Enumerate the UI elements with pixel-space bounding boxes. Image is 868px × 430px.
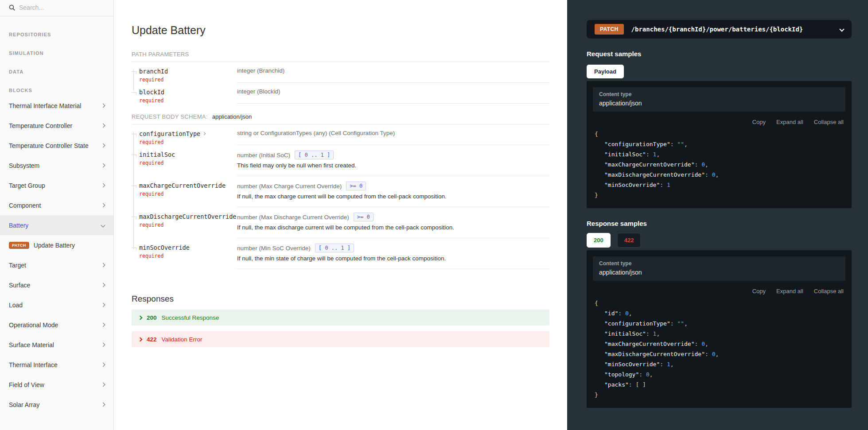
path-parameters-heading: PATH PARAMETERS [132,51,549,62]
content-type-box: Content type application/json [593,87,845,112]
field-type: number (Min SoC Override) [237,245,311,252]
search-icon [9,4,16,11]
field-name[interactable]: initialSoc [132,151,237,158]
chevron-right-icon [101,323,105,327]
sidebar-item-label: Operational Mode [9,322,58,329]
sidebar-item[interactable]: Target Group [0,175,113,195]
field-description: If null, the max discharge current will … [237,224,549,231]
sidebar-operation-update-battery[interactable]: PATCH Update Battery [0,235,113,255]
sidebar-item[interactable]: Field of View [0,375,113,395]
param-type: integer (Blockid) [237,88,549,95]
sidebar-item[interactable]: Target [0,255,113,275]
field-name[interactable]: configurationType [132,130,237,137]
sidebar-item[interactable]: Subsystem [0,155,113,175]
sidebar-item[interactable]: Temperature Controller State [0,136,113,155]
sidebar-item[interactable]: Surface [0,275,113,295]
expand-all-button[interactable]: Expand all [776,119,803,125]
search-box [0,0,113,16]
chevron-right-icon [101,383,105,387]
response-samples-heading: Response samples [587,220,852,227]
field-row: maxDischargeCurrentOverride required num… [132,207,549,238]
required-flag: required [139,222,237,228]
required-flag: required [139,191,237,197]
sidebar-item-label: Thermal Interface Material [9,102,81,109]
response-tab[interactable]: 422 [617,233,641,248]
field-name[interactable]: minSocOverride [132,244,237,251]
copy-button[interactable]: Copy [752,119,766,125]
expand-chevron-icon[interactable] [202,132,206,135]
request-body-schema-heading: REQUEST BODY SCHEMA: application/json [132,113,549,124]
sidebar-item-label: Temperature Controller State [9,142,89,149]
sidebar-item[interactable]: Surface Material [0,335,113,355]
content-type-value: application/json [599,100,839,107]
sidebar-item[interactable]: Temperature Controller [0,116,113,136]
sidebar-item-label: Temperature Controller [9,122,72,129]
copy-button[interactable]: Copy [752,288,766,294]
response-label: Successful Response [162,314,219,321]
param-type: integer (Branchid) [237,67,549,74]
constraint-badge: [ 0 .. 1 ] [315,244,354,252]
chevron-right-icon [101,124,105,128]
response-sample-json: {"id": 0,"configurationType": "","initia… [593,298,845,400]
field-type: number (Max Discharge Current Override) [237,214,349,221]
parameter-row: blockId required integer (Blockid) [132,83,549,104]
field-type: number (Initial SoC) [237,152,290,159]
endpoint-path: /branches/{branchId}/power/batteries/{bl… [631,26,803,33]
chevron-right-icon [138,315,143,320]
required-flag: required [139,77,237,83]
sidebar-group-heading-blocks: BLOCKS [0,81,113,96]
tab-payload[interactable]: Payload [587,65,624,78]
sidebar-item[interactable]: Component [0,195,113,215]
chevron-right-icon [101,183,105,188]
chevron-down-icon [839,27,844,31]
response-tabs: 200 422 [587,233,852,248]
response-code: 200 [147,314,157,321]
sidebar-section-link[interactable]: DATA [0,62,113,81]
response-label: Validation Error [162,336,202,343]
sidebar-item[interactable]: Solar Array [0,395,113,415]
page-title: Update Battery [132,24,549,37]
chevron-right-icon [101,283,105,287]
required-flag: required [139,160,237,166]
sidebar-item-label: Thermal Interface [9,361,58,368]
sidebar-item-label: Surface [9,282,30,289]
content-type-label: Content type [599,91,839,97]
sidebar-section-link[interactable]: REPOSITORIES [0,25,113,44]
constraint-badge: [ 0 .. 1 ] [295,151,334,159]
field-row: maxChargeCurrentOverride required number… [132,176,549,207]
response-row[interactable]: 422 Validation Error [132,331,549,347]
sidebar-item-battery[interactable]: Battery [0,215,113,235]
collapse-all-button[interactable]: Collapse all [814,119,844,125]
field-name[interactable]: maxChargeCurrentOverride [132,182,237,189]
expand-all-button[interactable]: Expand all [776,288,803,294]
sidebar-item-label: Solar Array [9,401,39,408]
sidebar-item[interactable]: Load [0,295,113,315]
field-name[interactable]: maxDischargeCurrentOverride [132,213,237,220]
content-type-box: Content type application/json [593,256,845,281]
patch-method-badge: PATCH [9,242,29,249]
sidebar-item[interactable]: Thermal Interface [0,355,113,375]
sidebar-section-link[interactable]: SIMULATION [0,44,113,62]
response-row[interactable]: 200 Successful Response [132,310,549,325]
chevron-down-icon [101,223,105,228]
constraint-badge: >= 0 [354,213,374,221]
code-actions: Copy Expand all Collapse all [595,119,844,125]
body-fields-group: configurationType required string or Con… [132,124,549,269]
sidebar-item-label: Component [9,202,41,209]
response-code: 422 [147,336,157,343]
constraint-badge: >= 0 [346,182,366,190]
field-description: This field may only be null when first c… [237,162,549,169]
chevron-right-icon [101,203,105,208]
chevron-right-icon [101,263,105,267]
content-type-value: application/json [599,269,839,276]
collapse-all-button[interactable]: Collapse all [814,288,844,294]
search-input[interactable] [19,4,90,11]
sidebar-item-label: Target [9,262,26,269]
sidebar-item[interactable]: Thermal Interface Material [0,96,113,116]
endpoint-bar[interactable]: PATCH /branches/{branchId}/power/batteri… [587,20,852,39]
path-parameters-group: branchId required integer (Branchid) blo… [132,62,549,104]
response-tab[interactable]: 200 [587,233,611,248]
field-description: If null, the min state of charge will be… [237,255,549,262]
sidebar-item[interactable]: Operational Mode [0,315,113,335]
responses-heading: Responses [132,294,549,304]
